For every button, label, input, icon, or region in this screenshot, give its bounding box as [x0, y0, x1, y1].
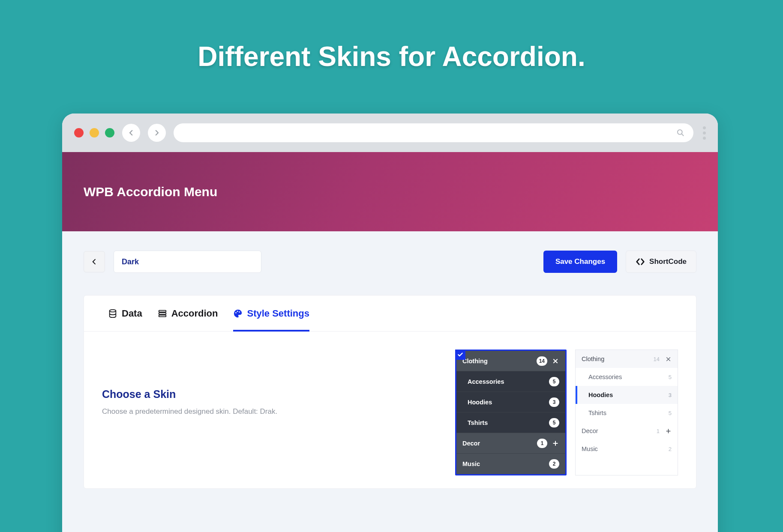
skin-row-meta: 14 — [654, 356, 672, 362]
svg-rect-3 — [159, 313, 166, 314]
palette-icon — [233, 309, 243, 318]
toolbar: Dark Save Changes ShortCode — [84, 251, 696, 273]
skin-row-label: Music — [582, 445, 598, 452]
count-badge: 2 — [549, 459, 559, 469]
count-badge: 1 — [537, 439, 547, 448]
count-label: 5 — [669, 374, 672, 380]
tab-data-label: Data — [122, 308, 142, 319]
skin-row-meta: 1 — [657, 428, 672, 434]
minimize-window-icon[interactable] — [90, 128, 99, 137]
skin-dark-row: Tshirts5 — [456, 412, 565, 433]
skin-dark-row: Decor1 — [456, 433, 565, 454]
tabs: Data Accordion Style Settings — [84, 296, 696, 332]
save-button[interactable]: Save Changes — [543, 251, 617, 273]
tab-style-label: Style Settings — [247, 308, 309, 319]
browser-frame: WPB Accordion Menu Dark Save Changes Sho… — [62, 114, 718, 532]
skin-row-label: Music — [462, 460, 480, 467]
menu-name-value: Dark — [122, 257, 139, 266]
maximize-window-icon[interactable] — [105, 128, 114, 137]
skin-option-dark[interactable]: Clothing14Accessories5Hoodies3Tshirts5De… — [455, 350, 567, 475]
skin-options: Clothing14Accessories5Hoodies3Tshirts5De… — [455, 350, 678, 475]
skin-row-meta: 2 — [549, 459, 559, 469]
page-headline: Different Skins for Accordion. — [0, 0, 783, 72]
selected-check-icon — [455, 350, 465, 360]
tab-accordion[interactable]: Accordion — [158, 296, 218, 331]
skin-row-meta: 3 — [549, 398, 559, 407]
skin-row-label: Tshirts — [468, 419, 488, 426]
save-button-label: Save Changes — [555, 257, 605, 266]
count-label: 14 — [654, 356, 660, 362]
skin-row-meta: 3 — [669, 392, 672, 398]
tab-data[interactable]: Data — [108, 296, 142, 331]
plus-icon — [552, 440, 559, 446]
menu-name-input[interactable]: Dark — [114, 251, 261, 273]
count-label: 2 — [669, 446, 672, 452]
skin-row-meta: 2 — [669, 446, 672, 452]
skin-light-row: Decor1 — [576, 422, 678, 440]
skin-row-label: Decor — [462, 440, 480, 447]
skin-dark-row: Clothing14 — [456, 351, 565, 371]
shortcode-button-label: ShortCode — [649, 257, 687, 266]
close-window-icon[interactable] — [74, 128, 84, 137]
skin-row-label: Tshirts — [588, 409, 606, 416]
skin-light-row: Tshirts5 — [576, 404, 678, 422]
section-title: Choose a Skin — [102, 388, 438, 400]
skin-row-meta: 5 — [669, 374, 672, 380]
browser-forward-button[interactable] — [148, 124, 166, 142]
skin-row-meta: 1 — [537, 439, 559, 448]
close-icon — [665, 356, 672, 362]
browser-chrome — [62, 114, 718, 152]
skin-row-label: Clothing — [582, 356, 604, 362]
svg-point-6 — [237, 311, 238, 312]
plus-icon — [665, 428, 672, 434]
back-button[interactable] — [84, 251, 105, 272]
browser-back-button[interactable] — [122, 124, 140, 142]
skin-light-row: Accessories5 — [576, 368, 678, 386]
arrow-left-icon — [127, 129, 135, 137]
shortcode-button[interactable]: ShortCode — [626, 251, 696, 273]
skin-row-label: Decor — [582, 427, 598, 434]
count-label: 5 — [669, 410, 672, 416]
app-title: WPB Accordion Menu — [84, 185, 217, 199]
panel-body: Choose a Skin Choose a predetermined des… — [84, 332, 696, 488]
count-label: 1 — [657, 428, 660, 434]
skin-row-label: Clothing — [462, 358, 488, 365]
count-badge: 5 — [549, 377, 559, 386]
count-badge: 3 — [549, 398, 559, 407]
list-icon — [158, 309, 167, 318]
skin-row-label: Hoodies — [588, 392, 613, 398]
skin-light-row: Music2 — [576, 440, 678, 458]
svg-rect-2 — [159, 310, 166, 312]
svg-point-7 — [239, 311, 240, 312]
browser-menu-button[interactable] — [703, 126, 706, 140]
settings-panel: Data Accordion Style Settings Choose a S… — [84, 295, 696, 489]
chevron-left-icon — [91, 258, 98, 265]
skin-option-light[interactable]: Clothing14Accessories5Hoodies3Tshirts5De… — [575, 350, 678, 475]
arrow-right-icon — [153, 129, 161, 137]
window-controls — [74, 128, 114, 137]
skin-row-meta: 5 — [669, 410, 672, 416]
count-label: 3 — [669, 392, 672, 398]
app-header: WPB Accordion Menu — [62, 152, 718, 231]
skin-dark-row: Accessories5 — [456, 371, 565, 392]
svg-rect-4 — [159, 315, 166, 317]
skin-row-label: Accessories — [468, 378, 504, 385]
close-icon — [552, 358, 559, 364]
skin-row-label: Hoodies — [468, 399, 492, 406]
section-intro: Choose a Skin Choose a predetermined des… — [102, 350, 438, 475]
svg-point-1 — [110, 309, 116, 312]
code-icon — [636, 257, 645, 266]
skin-row-meta: 14 — [537, 356, 559, 366]
skin-light-row: Hoodies3 — [576, 386, 678, 404]
url-bar[interactable] — [174, 123, 693, 142]
skin-row-meta: 5 — [549, 418, 559, 427]
skin-row-meta: 5 — [549, 377, 559, 386]
tab-style-settings[interactable]: Style Settings — [233, 296, 309, 331]
database-icon — [108, 309, 117, 318]
skin-light-row: Clothing14 — [576, 350, 678, 368]
workspace: Dark Save Changes ShortCode Data — [62, 231, 718, 489]
skin-dark-row: Music2 — [456, 454, 565, 474]
count-badge: 5 — [549, 418, 559, 427]
count-badge: 14 — [537, 356, 547, 366]
skin-row-label: Accessories — [588, 374, 622, 380]
